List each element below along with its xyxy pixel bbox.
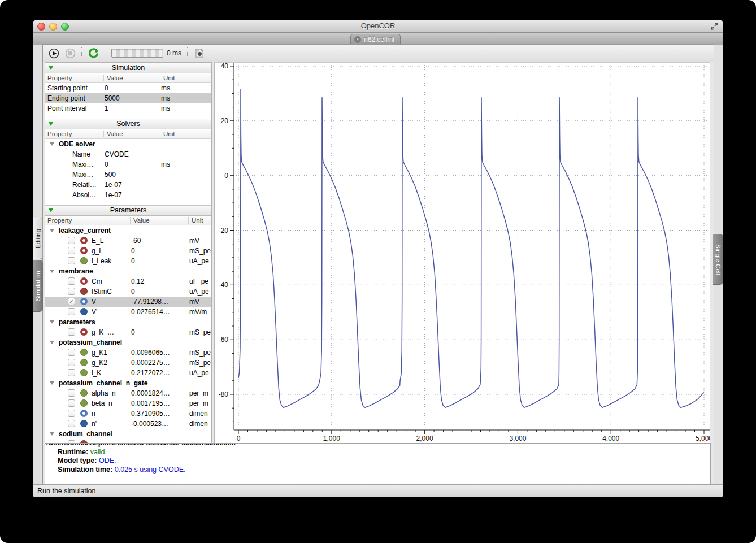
solver-row-absol[interactable]: Absol…1e-07 (45, 190, 211, 200)
parameter-type-icon (80, 389, 88, 397)
column-header[interactable]: PropertyValueUnit (45, 216, 211, 225)
parameter-row-g-k1[interactable]: g_K10.0096065…mS_pe (45, 347, 211, 358)
side-tab-editing[interactable]: Editing (33, 218, 43, 259)
parameter-row-g-l[interactable]: g_L0mS_pe (45, 246, 211, 256)
column-separator[interactable] (160, 131, 160, 137)
parameter-row-cm[interactable]: Cm0.12uF_pe (45, 276, 211, 286)
parameter-row-alpha-n[interactable]: alpha_n0.0001824…per_m (45, 388, 211, 398)
parameter-row-beta-n[interactable]: beta_n0.0017195…per_m (45, 398, 211, 409)
column-separator[interactable] (160, 75, 160, 81)
solver-row-maxi[interactable]: Maxi…0ms (45, 159, 211, 170)
solver-row-maxi[interactable]: Maxi…500 (45, 170, 211, 180)
side-tab-simulation[interactable]: Simulation (33, 260, 43, 312)
parameter-checkbox[interactable] (68, 288, 75, 295)
property-row-ending-point[interactable]: Ending point5000ms (45, 93, 211, 103)
parameter-unit: mV (189, 297, 199, 307)
column-separator[interactable] (103, 131, 104, 137)
parameter-group-sodium-channel[interactable]: sodium_channel (45, 429, 211, 439)
plot-canvas[interactable]: 40200-20-40-60-8001,0002,0003,0004,0005,… (215, 63, 710, 444)
parameter-checkbox[interactable] (68, 359, 75, 366)
parameter-checkbox[interactable] (68, 349, 75, 356)
property-value: 1e-07 (105, 190, 122, 200)
parameter-row-v[interactable]: V'0.0276514…mV/m (45, 307, 211, 317)
expand-triangle-icon[interactable] (50, 432, 54, 436)
parameter-type-icon (80, 399, 88, 407)
run-button[interactable] (49, 48, 59, 59)
stop-button[interactable] (65, 48, 76, 59)
parameter-checkbox[interactable] (68, 308, 75, 315)
parameter-row-e-l[interactable]: E_L-60mV (45, 236, 211, 246)
output-value: valid. (88, 448, 107, 456)
parameter-checkbox[interactable] (68, 277, 75, 285)
parameter-checkbox[interactable] (68, 399, 75, 407)
collapse-triangle-icon[interactable] (49, 122, 53, 126)
reset-parameters-button[interactable] (88, 48, 99, 59)
property-row-point-interval[interactable]: Point interval1ms (45, 103, 211, 114)
section-header-parameters[interactable]: Parameters (45, 205, 211, 216)
parameter-row-i-leak[interactable]: i_Leak0uA_pe (45, 256, 211, 266)
parameter-row-v[interactable]: ✓V-77.91298…mV (45, 297, 211, 307)
expand-triangle-icon[interactable] (50, 142, 54, 146)
parameter-type-icon (80, 420, 88, 427)
parameter-checkbox[interactable]: ✓ (68, 298, 75, 305)
tab-n62-cellml[interactable]: ✕ n62.cellml (350, 34, 401, 45)
parameter-checkbox[interactable] (68, 369, 75, 376)
column-header-unit: Unit (192, 216, 203, 225)
fullscreen-icon[interactable] (710, 22, 719, 31)
parameter-checkbox[interactable] (68, 237, 75, 244)
parameter-row-n[interactable]: n'-0.000523…dimen (45, 419, 211, 429)
parameter-row-g-k2[interactable]: g_K20.0002275…mS_pe (45, 358, 211, 368)
parameter-row-istimc[interactable]: IStimC0uA_pe (45, 286, 211, 297)
property-row-starting-point[interactable]: Starting point0ms (45, 83, 211, 93)
section-header-simulation[interactable]: Simulation (45, 63, 211, 73)
column-header[interactable]: PropertyValueUnit (45, 129, 211, 139)
window-title: OpenCOR (33, 21, 723, 30)
parameter-group-leakage-current[interactable]: leakage_current (45, 225, 211, 236)
column-header[interactable]: PropertyValueUnit (45, 73, 211, 83)
tab-close-icon[interactable]: ✕ (354, 36, 361, 43)
parameter-group-potassium-channel-n-gate[interactable]: potassium_channel_n_gate (45, 378, 211, 388)
expand-triangle-icon[interactable] (50, 341, 54, 344)
svg-text:0: 0 (237, 435, 241, 442)
parameter-checkbox[interactable] (68, 257, 75, 264)
parameter-unit: uA_pe (189, 368, 209, 378)
parameter-checkbox[interactable] (68, 410, 75, 417)
column-separator[interactable] (188, 217, 189, 224)
parameter-group-parameters[interactable]: parameters (45, 317, 211, 327)
parameter-group-potassium-channel[interactable]: potassium_channel (45, 337, 211, 347)
svg-text:-80: -80 (219, 390, 229, 398)
solver-row-name[interactable]: NameCVODE (45, 149, 211, 159)
svg-text:20: 20 (221, 117, 229, 125)
expand-triangle-icon[interactable] (50, 381, 54, 385)
parameter-checkbox[interactable] (68, 247, 75, 254)
export-csv-button[interactable] (194, 48, 205, 59)
collapse-triangle-icon[interactable] (49, 208, 53, 212)
parameter-row-n[interactable]: n0.3710905…dimen (45, 409, 211, 419)
collapse-triangle-icon[interactable] (49, 66, 53, 70)
output-label: Model type: (58, 457, 97, 464)
parameter-checkbox[interactable] (68, 420, 75, 427)
parameter-row-g-k[interactable]: g_K_…0mS_pe (45, 327, 211, 337)
solver-group-ode-solver[interactable]: ODE solver (45, 139, 211, 149)
output-line-simulation-time: Simulation time: 0.025 s using CVODE. (45, 466, 710, 475)
parameter-group-membrane[interactable]: membrane (45, 266, 211, 276)
parameter-row-i-k[interactable]: i_K0.2172072…uA_pe (45, 368, 211, 378)
svg-text:-40: -40 (219, 281, 229, 289)
section-header-solvers[interactable]: Solvers (45, 119, 211, 129)
parameter-name: i_Leak (92, 256, 111, 266)
trace-plot[interactable]: 40200-20-40-60-8001,0002,0003,0004,0005,… (214, 62, 710, 444)
parameter-type-icon (80, 349, 88, 356)
solver-row-relati[interactable]: Relati…1e-07 (45, 180, 211, 190)
column-separator[interactable] (103, 75, 104, 81)
expand-triangle-icon[interactable] (50, 270, 54, 273)
svg-text:-60: -60 (219, 336, 229, 344)
parameter-checkbox[interactable] (68, 389, 75, 397)
property-name: Point interval (47, 103, 86, 114)
title-bar[interactable]: OpenCOR (33, 20, 723, 33)
expand-triangle-icon[interactable] (50, 229, 54, 232)
side-tab-single-cell[interactable]: Single Cell (713, 234, 723, 285)
expand-triangle-icon[interactable] (50, 320, 54, 324)
parameter-checkbox[interactable] (68, 328, 75, 336)
parameter-type-icon (80, 288, 88, 295)
column-separator[interactable] (130, 217, 131, 224)
